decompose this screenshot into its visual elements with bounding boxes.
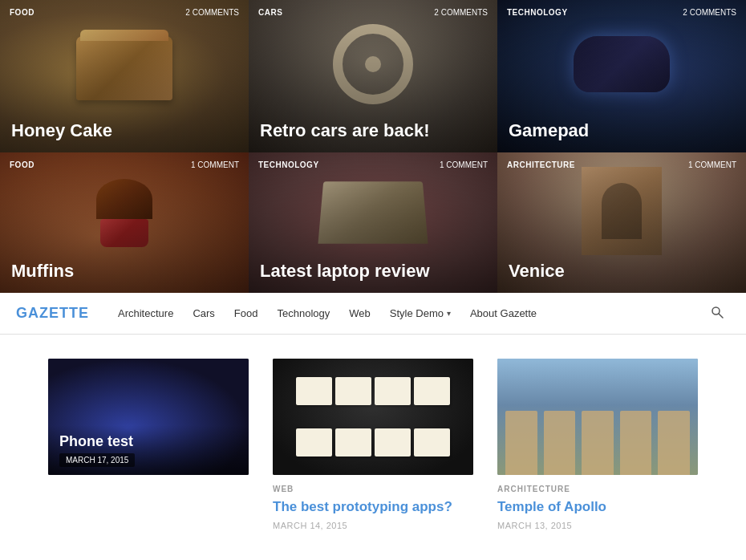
hero-cell-honey-cake[interactable]: FOOD 2 COMMENTS Honey Cake: [0, 0, 249, 152]
paper-note-1: [296, 377, 332, 405]
hero-category-technology-2: TECHNOLOGY: [258, 160, 319, 169]
article-category-architecture: ARCHITECTURE: [497, 485, 698, 493]
paper-note-6: [335, 428, 371, 457]
search-icon[interactable]: [704, 299, 730, 328]
hero-title-honey-cake: Honey Cake: [11, 120, 237, 141]
article-date-prototyping: MARCH 14, 2015: [273, 521, 473, 530]
article-img-bg-temple: [497, 359, 698, 475]
temple-col-1: [505, 411, 537, 475]
nav-item-style-demo[interactable]: Style Demo ▾: [380, 293, 460, 335]
nav-item-about[interactable]: About Gazette: [460, 293, 546, 335]
temple-col-4: [620, 411, 652, 475]
temple-col-2: [544, 411, 576, 475]
paper-note-3: [375, 377, 411, 405]
hero-comments-0: 2 COMMENTS: [185, 8, 239, 17]
article-card-phone-test[interactable]: Phone test MARCH 17, 2015: [48, 359, 249, 530]
phone-title: Phone test: [59, 433, 237, 450]
navbar: GAZETTE Architecture Cars Food Technolog…: [0, 293, 746, 335]
article-img-bg-paper: [273, 359, 473, 475]
temple-illustration: [505, 403, 690, 475]
article-image-paper: [273, 359, 473, 475]
hero-comments-5: 1 COMMENT: [688, 160, 736, 169]
nav-item-technology[interactable]: Technology: [267, 293, 339, 335]
paper-notes-illustration: [281, 367, 465, 467]
temple-col-3: [582, 411, 614, 475]
hero-category-food-2: FOOD: [10, 160, 34, 169]
hero-comments-1: 2 COMMENTS: [434, 8, 488, 17]
hero-title-gamepad: Gamepad: [509, 120, 735, 141]
nav-logo[interactable]: GAZETTE: [16, 305, 89, 322]
content-section: Phone test MARCH 17, 2015: [0, 335, 746, 554]
phone-overlay: Phone test MARCH 17, 2015: [48, 425, 249, 475]
hero-cell-laptop[interactable]: TECHNOLOGY 1 COMMENT Latest laptop revie…: [249, 152, 497, 293]
article-image-temple: [497, 359, 698, 475]
hero-cell-venice[interactable]: ARCHITECTURE 1 COMMENT Venice: [497, 152, 746, 293]
hero-title-muffins: Muffins: [11, 261, 237, 282]
paper-note-2: [335, 377, 371, 405]
article-date-temple: MARCH 13, 2015: [497, 521, 698, 530]
hero-title-retro-cars: Retro cars are back!: [260, 120, 486, 141]
nav-item-architecture[interactable]: Architecture: [108, 293, 183, 335]
hero-cell-gamepad[interactable]: TECHNOLOGY 2 COMMENTS Gamepad: [497, 0, 746, 152]
paper-note-7: [375, 428, 411, 457]
temple-col-5: [658, 411, 690, 475]
phone-date-badge: MARCH 17, 2015: [59, 453, 135, 467]
paper-note-5: [296, 428, 332, 457]
hero-comments-2: 2 COMMENTS: [683, 8, 736, 17]
hero-cell-retro-cars[interactable]: CARS 2 COMMENTS Retro cars are back!: [249, 0, 497, 152]
hero-title-laptop: Latest laptop review: [260, 261, 486, 282]
svg-line-1: [719, 314, 723, 318]
article-grid: Phone test MARCH 17, 2015: [48, 359, 698, 530]
hero-comments-4: 1 COMMENT: [440, 160, 488, 169]
chevron-down-icon: ▾: [447, 309, 451, 318]
article-title-temple[interactable]: Temple of Apollo: [497, 498, 698, 516]
hero-title-venice: Venice: [509, 261, 735, 282]
nav-item-cars[interactable]: Cars: [183, 293, 224, 335]
nav-item-food[interactable]: Food: [225, 293, 268, 335]
hero-comments-3: 1 COMMENT: [191, 160, 239, 169]
paper-note-8: [414, 428, 450, 457]
article-category-web: WEB: [273, 485, 473, 493]
paper-note-4: [414, 377, 450, 405]
hero-category-architecture: ARCHITECTURE: [507, 160, 575, 169]
hero-category-food: FOOD: [10, 8, 34, 17]
hero-category-technology: TECHNOLOGY: [507, 8, 568, 17]
article-card-temple[interactable]: ARCHITECTURE Temple of Apollo MARCH 13, …: [497, 359, 698, 530]
nav-item-web[interactable]: Web: [339, 293, 380, 335]
article-card-prototyping[interactable]: WEB The best prototyping apps? MARCH 14,…: [273, 359, 473, 530]
hero-cell-muffins[interactable]: FOOD 1 COMMENT Muffins: [0, 152, 249, 293]
nav-items: Architecture Cars Food Technology Web St…: [108, 293, 704, 335]
hero-grid: FOOD 2 COMMENTS Honey Cake CARS 2 COMMEN…: [0, 0, 746, 293]
article-image-phone: Phone test MARCH 17, 2015: [48, 359, 249, 475]
article-title-prototyping[interactable]: The best prototyping apps?: [273, 498, 473, 516]
hero-category-cars: CARS: [258, 8, 282, 17]
nav-item-style-demo-label: Style Demo: [390, 307, 444, 319]
